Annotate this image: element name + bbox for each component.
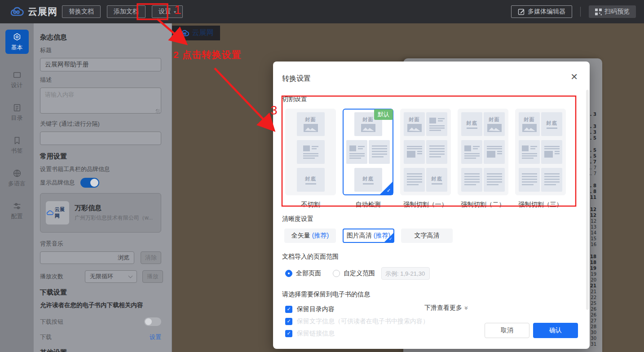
- brand-company: 广州万彩信息技术有限公司（w...: [75, 214, 153, 222]
- cut-option-强制切割（一）[interactable]: 封面封底强制切割（一）: [400, 109, 451, 209]
- keep-option-label: 保留链接信息: [297, 330, 335, 338]
- close-icon[interactable]: ✕: [570, 72, 578, 81]
- keep-option-label: 保留目录内容: [297, 305, 335, 313]
- mini-page-back: 封底: [461, 112, 482, 136]
- catalog-icon: [12, 103, 22, 113]
- replace-doc-button[interactable]: 替换文档: [62, 5, 101, 18]
- scroll-more-hint[interactable]: 下滑查看更多 »: [424, 304, 468, 312]
- book-tab-logo-text: 云展网: [192, 28, 214, 38]
- download-button-toggle[interactable]: [144, 317, 161, 326]
- cut-option-label: 强制切割（二）: [458, 201, 508, 209]
- mini-page-article: [426, 112, 447, 136]
- show-brand-toggle[interactable]: [80, 178, 99, 188]
- sidebar-item-bookmark[interactable]: 书签: [4, 136, 30, 155]
- mini-page-cover: 封面: [484, 112, 505, 136]
- chevron-down-icon: [128, 273, 133, 278]
- bookmark-icon: [12, 136, 22, 145]
- all-pages-radio[interactable]: 全部页面: [285, 269, 321, 277]
- cutting-options: 封面封底不切割封面封底默认✓自动检测封面封底强制切割（一）封底封面强制切割（二）…: [282, 109, 578, 209]
- radio-selected-icon: [285, 270, 292, 277]
- sidebar-item-monitor[interactable]: 设计: [4, 70, 30, 89]
- cut-option-label: 强制切割（一）: [400, 201, 451, 209]
- radio-icon: [333, 270, 340, 277]
- play-count-select[interactable]: 无限循环: [85, 270, 137, 283]
- mini-page-lines: [461, 168, 482, 192]
- desc-textarea[interactable]: [40, 88, 161, 114]
- add-doc-button[interactable]: 添加文档: [107, 5, 146, 18]
- toggle-knob: [90, 179, 98, 187]
- keywords-input[interactable]: [40, 132, 161, 145]
- app-logo: 云展网: [9, 5, 62, 18]
- brand-card[interactable]: 云展网 万彩信息 广州万彩信息技术有限公司（w...: [40, 193, 161, 233]
- checkbox-checked-icon[interactable]: ✓: [285, 318, 292, 325]
- brand-name: 万彩信息: [75, 204, 153, 212]
- cancel-button[interactable]: 取消: [485, 323, 529, 338]
- mini-page-cover: 封面: [404, 112, 425, 136]
- common-settings-title: 常用设置: [40, 152, 165, 161]
- sidebar-item-sliders[interactable]: 配置: [4, 201, 30, 220]
- top-header: 云展网 替换文档 添加文档 设置▾ 多媒体编辑器 扫码预览: [0, 0, 644, 23]
- sidebar-item-label: 书签: [11, 147, 23, 155]
- cut-option-强制切割（二）[interactable]: 封底封面强制切割（二）: [458, 109, 508, 209]
- dialog-scrollbar[interactable]: [586, 90, 589, 310]
- settings-panel: 杂志信息 标题 描述 关键字 (通过;进行分隔) 常用设置 设置书籍工具栏的品牌…: [34, 23, 172, 352]
- checkbox-checked-icon[interactable]: ✓: [285, 306, 292, 313]
- globe-icon: [12, 168, 22, 178]
- play-button[interactable]: 播放: [142, 270, 163, 283]
- media-editor-button[interactable]: 多媒体编辑器: [511, 5, 572, 18]
- mini-page-lines: [404, 168, 425, 192]
- sliders-icon: [12, 201, 22, 211]
- custom-range-radio[interactable]: 自定义范围: [333, 269, 375, 277]
- custom-range-input[interactable]: [381, 267, 430, 280]
- magazine-info-title: 杂志信息: [40, 33, 165, 42]
- mini-page-cover: 封面: [519, 112, 540, 136]
- qr-code-icon: [595, 9, 602, 15]
- checkbox-checked-icon[interactable]: ✓: [285, 330, 292, 337]
- cut-option-强制切割（三）[interactable]: 封面封底强制切割（三）: [515, 109, 566, 209]
- qr-preview-button[interactable]: 扫码预览: [589, 5, 636, 18]
- clarity-option-全矢量[interactable]: 全矢量(推荐): [284, 229, 336, 243]
- mini-page-lines: [541, 168, 562, 192]
- brand-hint: 设置书籍工具栏的品牌信息: [40, 165, 165, 173]
- title-input[interactable]: [40, 58, 161, 71]
- selected-check-icon: ✓: [384, 233, 394, 242]
- mini-page-back: 封底: [426, 168, 447, 192]
- keep-option-label: 保留文字信息（可供读者在电子书中搜索内容）: [297, 317, 429, 326]
- sidebar-item-globe[interactable]: 多语言: [4, 168, 30, 188]
- cloud-logo-icon: [46, 210, 54, 216]
- cut-option-不切割[interactable]: 封面封底不切割: [285, 109, 336, 209]
- bgm-file-input[interactable]: 浏览: [40, 251, 134, 264]
- sidebar-item-hex-gear[interactable]: 基本: [5, 30, 29, 54]
- mini-page-lines: [369, 140, 390, 164]
- confirm-button[interactable]: 确认: [533, 323, 578, 338]
- keep-section-title: 请选择需要保留到电子书的信息: [282, 290, 578, 299]
- clarity-option-文字高清[interactable]: 文字高清: [401, 229, 453, 243]
- browse-button[interactable]: 浏览: [118, 254, 129, 262]
- header-divider: [580, 7, 581, 17]
- cut-option-自动检测[interactable]: 封面封底默认✓自动检测: [343, 109, 393, 209]
- sidebar-item-label: 目录: [11, 114, 23, 122]
- brand-logo: 云展网: [46, 201, 69, 224]
- clarity-option-图片高清[interactable]: 图片高清(推荐)✓: [343, 229, 394, 243]
- cut-option-label: 强制切割（三）: [515, 201, 566, 209]
- cut-option-label: 自动检测: [343, 201, 393, 209]
- cut-option-preview: 封面封底: [285, 109, 336, 195]
- caret-down-icon: ▾: [174, 9, 176, 14]
- cloud-logo-icon: [179, 29, 190, 37]
- clear-button[interactable]: 清除: [141, 251, 161, 264]
- show-brand-label: 显示品牌信息: [40, 179, 75, 187]
- cut-option-preview: 封底封面: [458, 109, 508, 195]
- sidebar-item-catalog[interactable]: 目录: [4, 103, 30, 122]
- settings-button[interactable]: 设置▾: [152, 5, 183, 18]
- bgm-label: 背景音乐: [40, 240, 165, 248]
- mini-page-cover: 封面: [297, 112, 325, 136]
- mini-page-article: [519, 140, 540, 164]
- keywords-label: 关键字 (通过;进行分隔): [40, 120, 165, 128]
- sidebar-item-label: 设计: [11, 81, 23, 89]
- title-label: 标题: [40, 46, 165, 54]
- mini-page-back: 封底: [297, 168, 325, 192]
- download-settings-link[interactable]: 设置: [150, 333, 161, 341]
- other-settings-title: 其他设置: [40, 348, 165, 352]
- clarity-options: 全矢量(推荐)图片高清(推荐)✓文字高清: [282, 229, 578, 243]
- download-settings-title: 下载设置: [40, 288, 165, 297]
